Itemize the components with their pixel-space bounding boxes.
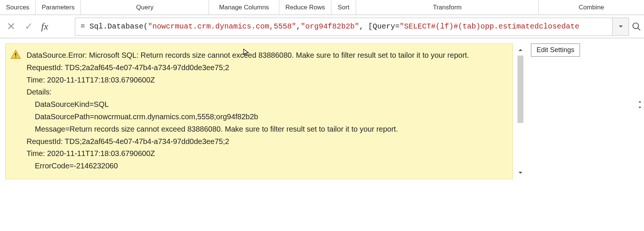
error-ds-kind: DataSourceKind=SQL: [27, 98, 506, 111]
tab-sources[interactable]: Sources: [0, 0, 36, 15]
error-ds-path: DataSourcePath=nowcrmuat.crm.dynamics.co…: [27, 111, 506, 123]
svg-line-1: [638, 28, 640, 30]
formula-prefix: = Sql.Database(: [80, 22, 148, 31]
tab-parameters[interactable]: Parameters: [36, 0, 81, 15]
tab-manage-columns[interactable]: Manage Columns: [209, 0, 279, 15]
search-icon[interactable]: [629, 22, 644, 32]
error-code: ErrorCode=-2146232060: [27, 160, 506, 172]
caret-down-icon: [637, 105, 643, 110]
error-request-id2: RequestId: TDS;2a2af645-4e07-47b4-a734-9…: [27, 135, 506, 148]
error-request-id: RequestId: TDS;2a2af645-4e07-47b4-a734-9…: [27, 62, 506, 74]
chevron-down-icon: [617, 23, 624, 30]
formula-buttons: ✕ ✓ fx: [5, 21, 75, 32]
error-details-label: Details:: [27, 86, 506, 98]
svg-rect-2: [15, 53, 16, 56]
formula-arg2: "org94f82b2b": [301, 22, 359, 31]
error-scrollbar[interactable]: [515, 44, 526, 179]
formula-input[interactable]: = Sql.Database( "nowcrmuat.crm.dynamics.…: [75, 18, 613, 36]
formula-arg3: "SELECT#(lf)#(tab)opp.estimatedclosedate: [400, 22, 579, 31]
error-message: Message=Return records size cannot excee…: [27, 123, 506, 135]
error-panel: DataSource.Error: Microsoft SQL: Return …: [5, 44, 513, 179]
svg-rect-3: [15, 57, 16, 58]
formula-bar: ✕ ✓ fx = Sql.Database( "nowcrmuat.crm.dy…: [0, 15, 644, 38]
formula-sep1: ,: [296, 22, 301, 31]
tab-reduce-rows[interactable]: Reduce Rows: [279, 0, 331, 15]
formula-accept-button[interactable]: ✓: [23, 21, 34, 32]
right-pane: Edit Settings: [528, 44, 639, 179]
error-time: Time: 2020-11-11T17:18:03.6790600Z: [27, 74, 506, 86]
content-area: DataSource.Error: Microsoft SQL: Return …: [0, 38, 644, 179]
fx-icon[interactable]: fx: [41, 21, 48, 32]
formula-expand-button[interactable]: [613, 18, 629, 36]
tab-query[interactable]: Query: [81, 0, 209, 15]
tab-combine[interactable]: Combine: [539, 0, 644, 15]
chevron-up-icon: [517, 46, 524, 53]
error-time2: Time: 2020-11-11T17:18:03.6790600Z: [27, 147, 506, 160]
scroll-up-group: [516, 46, 525, 123]
tab-transform[interactable]: Transform: [356, 0, 539, 15]
chevron-down-icon: [517, 170, 524, 176]
formula-sep2: , [Query=: [359, 22, 400, 31]
scroll-thumb[interactable]: [517, 56, 523, 123]
svg-point-0: [633, 23, 638, 28]
caret-up-icon: [637, 99, 643, 104]
side-spinner[interactable]: [637, 99, 643, 110]
formula-cancel-button[interactable]: ✕: [5, 21, 16, 32]
warning-icon: [10, 49, 21, 60]
scroll-up-button[interactable]: [516, 46, 525, 54]
scroll-down-button[interactable]: [516, 169, 525, 177]
error-line1: DataSource.Error: Microsoft SQL: Return …: [27, 49, 506, 62]
formula-arg1: "nowcrmuat.crm.dynamics.com,5558": [148, 22, 296, 31]
tab-sort[interactable]: Sort: [331, 0, 356, 15]
edit-settings-button[interactable]: Edit Settings: [531, 44, 580, 57]
ribbon-tabs: Sources Parameters Query Manage Columns …: [0, 0, 644, 15]
